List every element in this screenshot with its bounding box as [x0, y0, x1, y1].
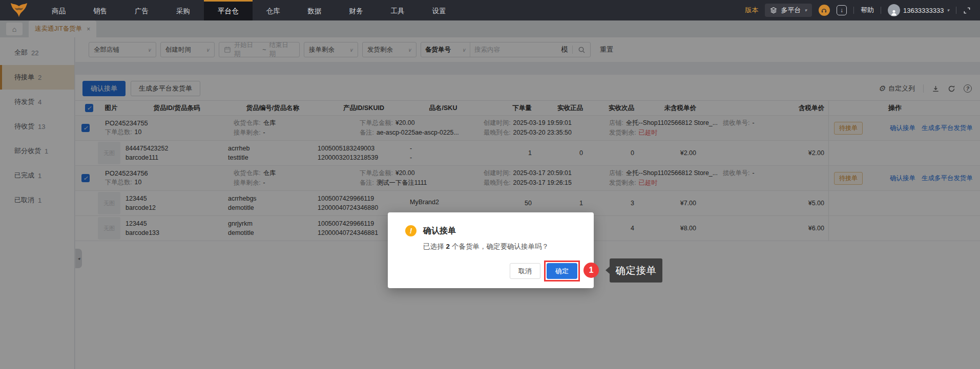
account-menu[interactable]: 13633333333 ▾	[888, 4, 949, 16]
fullscreen-icon[interactable]	[963, 7, 971, 14]
confirm-accept-modal: ! 确认接单 已选择2个备货单，确定要确认接单吗？ 取消 确定	[388, 212, 594, 288]
nav-item-finance[interactable]: 财务	[336, 0, 377, 20]
modal-message: 已选择2个备货单，确定要确认接单吗？	[423, 242, 578, 251]
warning-icon: !	[405, 225, 416, 236]
account-phone: 13633333333	[903, 7, 944, 14]
nav-item-purchase[interactable]: 采购	[162, 0, 204, 20]
cancel-button[interactable]: 取消	[510, 263, 540, 279]
app: 商品 销售 广告 采购 平台仓 仓库 数据 财务 工具 设置 版本 多平台 ▾ …	[0, 0, 980, 369]
ok-button[interactable]: 确定	[547, 263, 577, 279]
help-link[interactable]: 帮助	[861, 6, 874, 15]
nav-item-tools[interactable]: 工具	[377, 0, 419, 20]
avatar	[888, 4, 900, 16]
top-nav: 商品 销售 广告 采购 平台仓 仓库 数据 财务 工具 设置 版本 多平台 ▾ …	[0, 0, 980, 20]
modal-mask	[0, 20, 980, 369]
layers-icon	[770, 7, 777, 14]
annotation-tooltip: 确定接单	[610, 258, 662, 283]
nav-item-settings[interactable]: 设置	[419, 0, 460, 20]
modal-title: 确认接单	[423, 226, 456, 236]
nav-item-sales[interactable]: 销售	[79, 0, 121, 20]
nav-item-warehouse[interactable]: 仓库	[253, 0, 294, 20]
app-logo[interactable]	[0, 0, 38, 20]
fox-logo-icon	[10, 3, 28, 18]
support-icon[interactable]	[819, 5, 830, 16]
main-menu: 商品 销售 广告 采购 平台仓 仓库 数据 财务 工具 设置	[38, 0, 460, 20]
nav-item-data[interactable]: 数据	[294, 0, 336, 20]
chevron-down-icon: ▾	[947, 8, 949, 13]
nav-item-ads[interactable]: 广告	[121, 0, 162, 20]
annotation-step-badge: 1	[583, 263, 599, 278]
platform-selector-label: 多平台	[781, 6, 801, 15]
nav-item-products[interactable]: 商品	[38, 0, 79, 20]
platform-selector[interactable]: 多平台 ▾	[765, 4, 812, 17]
divider	[853, 7, 854, 14]
download-center-icon[interactable]: ↓	[837, 5, 847, 15]
divider	[956, 7, 956, 14]
divider	[881, 7, 881, 14]
nav-right-cluster: 版本 多平台 ▾ ↓ 帮助 13633333333 ▾	[745, 0, 980, 20]
nav-item-platform-warehouse[interactable]: 平台仓	[204, 0, 253, 20]
chevron-down-icon: ▾	[804, 8, 807, 13]
version-link[interactable]: 版本	[745, 6, 758, 15]
